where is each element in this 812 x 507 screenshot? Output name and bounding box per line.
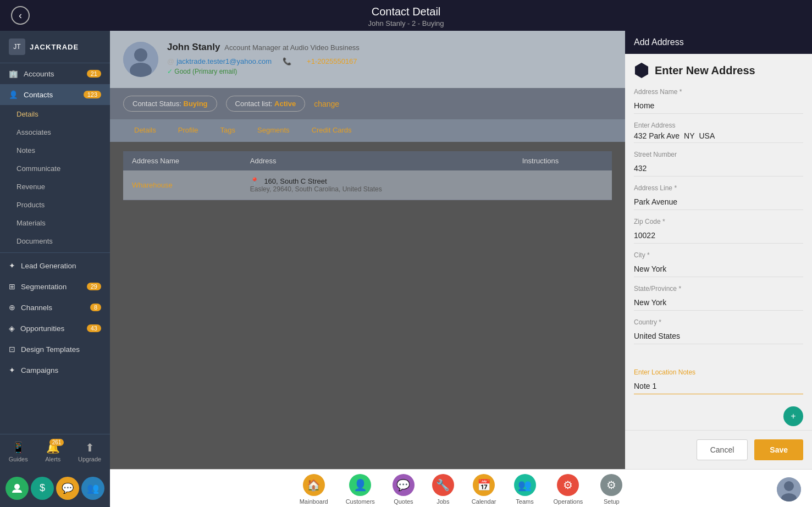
bottom-icon-3[interactable]: 💬 <box>56 477 79 500</box>
guides-icon: 📱 <box>12 441 25 454</box>
address-line2: Easley, 29640, South Carolina, United St… <box>250 185 505 193</box>
profile-avatar[interactable] <box>777 477 801 502</box>
opportunities-icon: ◈ <box>9 324 15 333</box>
address-name-link[interactable]: Wharehouse <box>132 181 173 189</box>
col-address-name: Address Name <box>123 151 241 170</box>
nav-quotes[interactable]: 💬 Quotes <box>393 474 415 505</box>
input-city[interactable] <box>634 261 803 277</box>
input-country[interactable] <box>634 328 803 344</box>
sidebar-item-leadgen[interactable]: ✦ Lead Generation <box>0 255 110 276</box>
tab-details[interactable]: Details <box>123 119 167 142</box>
tab-profile[interactable]: Profile <box>167 119 209 142</box>
address-row-name[interactable]: Wharehouse <box>123 170 241 200</box>
sidebar-subitem-revenue[interactable]: Revenue <box>0 178 110 196</box>
sidebar-label-campaigns: Campaigns <box>21 366 58 374</box>
sidebar-bottom-alerts[interactable]: 🔔 261 Alerts <box>45 441 60 462</box>
field-address-name: Address Name * <box>634 88 803 114</box>
setup-icon: ⚙ <box>600 474 622 496</box>
nav-operations[interactable]: ⚙ Operations <box>554 474 583 505</box>
change-link[interactable]: change <box>314 100 339 108</box>
add-address-panel: Add Address Enter New Address Address Na… <box>625 31 812 469</box>
tab-tags[interactable]: Tags <box>209 119 246 142</box>
contact-email[interactable]: jacktrade.tester1@yahoo.com <box>176 57 272 65</box>
sidebar-item-opportunities[interactable]: ◈ Opportunities 43 <box>0 318 110 339</box>
input-address-name[interactable] <box>634 98 803 114</box>
sidebar-item-channels[interactable]: ⊕ Channels 8 <box>0 297 110 318</box>
customers-icon: 👤 <box>349 474 371 496</box>
main-content: John Stanly Account Manager at Audio Vid… <box>110 31 625 469</box>
top-bar: ‹ Contact Detail John Stanly - 2 - Buyin… <box>0 0 812 31</box>
col-instructions: Instructions <box>513 151 612 170</box>
sidebar-subitem-details[interactable]: Details <box>0 105 110 123</box>
sidebar-label-channels: Channels <box>21 304 52 312</box>
sidebar-subitem-communicate[interactable]: Communicate <box>0 159 110 178</box>
sidebar-subitem-products[interactable]: Products <box>0 196 110 214</box>
upgrade-icon: ⬆ <box>85 441 95 454</box>
input-location-notes[interactable] <box>634 378 803 394</box>
customers-label: Customers <box>346 498 375 505</box>
tabs-row: Details Profile Tags Segments Credit Car… <box>110 119 625 142</box>
panel-footer: Cancel Save <box>625 430 812 469</box>
bottom-icon-2[interactable]: $ <box>31 477 54 500</box>
tab-segments[interactable]: Segments <box>246 119 301 142</box>
sidebar-label-accounts: Accounts <box>24 70 54 78</box>
main-layout: JT JACKTRADE 🏢 Accounts 21 👤 Contacts 12… <box>0 31 812 469</box>
alerts-label: Alerts <box>45 456 60 462</box>
sidebar-subitem-notes[interactable]: Notes <box>0 141 110 159</box>
sidebar-subitem-materials[interactable]: Materials <box>0 214 110 232</box>
sidebar-subitem-associates[interactable]: Associates <box>0 123 110 141</box>
contact-status-value: Buying <box>184 100 208 108</box>
nav-calendar[interactable]: 📅 Calendar <box>472 474 496 505</box>
address-row-address: 📍 160, South C Street Easley, 29640, Sou… <box>241 170 513 200</box>
input-zip-code[interactable] <box>634 228 803 244</box>
sidebar-item-designtemplates[interactable]: ⊡ Design Templates <box>0 339 110 360</box>
nav-mainboard[interactable]: 🏠 Mainboard <box>300 474 328 505</box>
nav-jobs[interactable]: 🔧 Jobs <box>432 474 454 505</box>
sidebar-item-contacts[interactable]: 👤 Contacts 123 <box>0 84 110 105</box>
bottom-icon-1[interactable] <box>5 477 29 500</box>
contact-list-pill[interactable]: Contact list: Active <box>226 96 306 112</box>
contact-status-pill[interactable]: Contact Status: Buying <box>123 96 217 112</box>
location-note-add-icon[interactable]: + <box>783 406 803 426</box>
back-button[interactable]: ‹ <box>11 6 30 25</box>
segmentation-icon: ⊞ <box>9 282 15 291</box>
address-section: Address Name Address Instructions Whareh… <box>110 142 625 209</box>
content-and-panel: John Stanly Account Manager at Audio Vid… <box>110 31 812 469</box>
contact-contact-row: @ jacktrade.tester1@yahoo.com 📞 +1-20255… <box>167 57 612 65</box>
address-part2: NY <box>684 131 694 140</box>
input-address-line[interactable] <box>634 194 803 210</box>
field-country: Country * <box>634 318 803 344</box>
field-city: City * <box>634 251 803 277</box>
input-state-province[interactable] <box>634 295 803 311</box>
sidebar-item-campaigns[interactable]: ✦ Campaigns <box>0 360 110 381</box>
sidebar-bottom-upgrade[interactable]: ⬆ Upgrade <box>78 441 101 462</box>
nav-customers[interactable]: 👤 Customers <box>346 474 375 505</box>
guides-label: Guides <box>9 456 28 462</box>
nav-setup[interactable]: ⚙ Setup <box>600 474 622 505</box>
tab-creditcards[interactable]: Credit Cards <box>301 119 363 142</box>
svg-point-5 <box>784 481 794 491</box>
cancel-button[interactable]: Cancel <box>697 439 748 460</box>
sidebar-bottom-guides[interactable]: 📱 Guides <box>9 441 28 462</box>
sidebar-item-accounts[interactable]: 🏢 Accounts 21 <box>0 63 110 84</box>
leadgen-icon: ✦ <box>9 261 15 270</box>
save-button[interactable]: Save <box>754 439 803 460</box>
nav-teams[interactable]: 👥 Teams <box>514 474 536 505</box>
accounts-icon: 🏢 <box>9 69 18 78</box>
bottom-icon-4[interactable]: 👥 <box>81 477 104 500</box>
calendar-label: Calendar <box>472 498 496 505</box>
contact-header: John Stanly Account Manager at Audio Vid… <box>110 31 625 88</box>
field-state-province: State/Province * <box>634 285 803 311</box>
address-part3: USA <box>699 131 715 140</box>
address-part1: 432 Park Ave <box>634 131 680 140</box>
sidebar-subitem-documents[interactable]: Documents <box>0 232 110 250</box>
teams-label: Teams <box>516 498 533 505</box>
panel-body: Enter New Address Address Name * Enter A… <box>625 54 812 430</box>
sidebar-label-leadgen: Lead Generation <box>21 262 76 270</box>
segmentation-badge: 29 <box>87 283 101 290</box>
input-street-number[interactable] <box>634 161 803 177</box>
sidebar-item-segmentation[interactable]: ⊞ Segmentation 29 <box>0 276 110 297</box>
jobs-icon: 🔧 <box>432 474 454 496</box>
sidebar-label-designtemplates: Design Templates <box>21 345 80 354</box>
address-table: Address Name Address Instructions Whareh… <box>123 151 612 200</box>
